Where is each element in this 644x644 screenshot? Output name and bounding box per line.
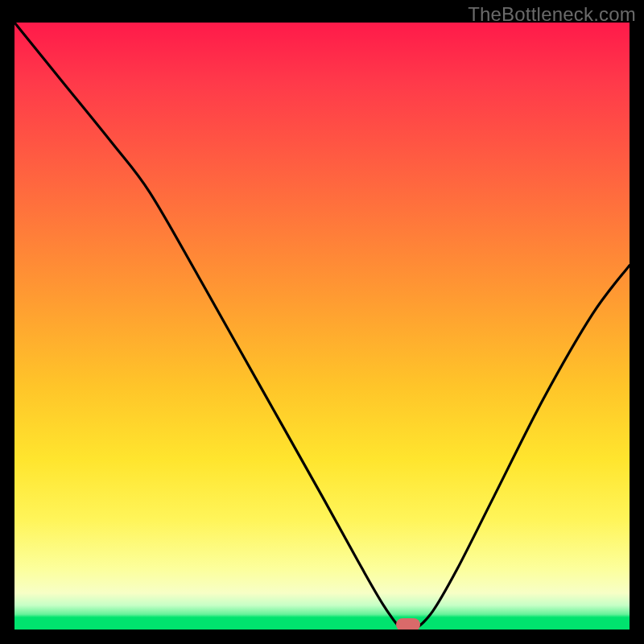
curve-path bbox=[14, 23, 630, 630]
chart-frame: TheBottleneck.com bbox=[0, 0, 644, 644]
watermark-text: TheBottleneck.com bbox=[468, 3, 636, 26]
bottleneck-curve bbox=[14, 23, 630, 630]
minimum-marker bbox=[396, 618, 420, 630]
plot-area bbox=[14, 23, 630, 630]
